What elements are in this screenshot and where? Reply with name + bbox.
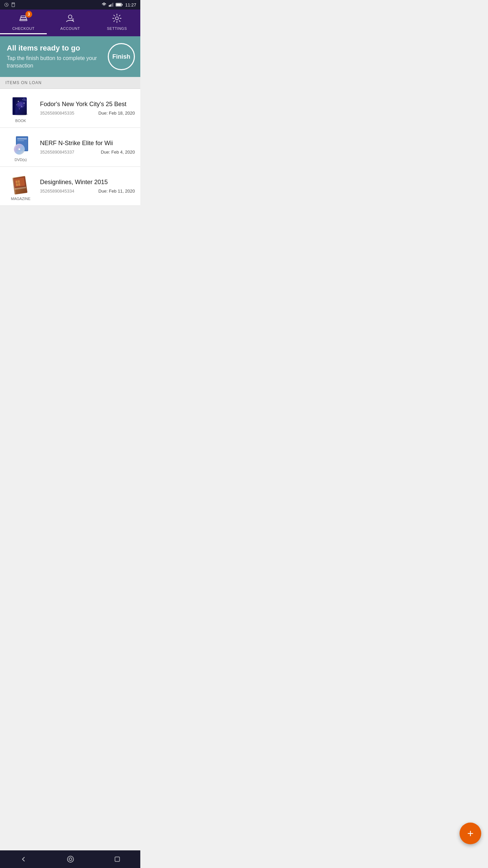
wifi-icon	[101, 3, 107, 7]
table-row: DVD(s) NERF N-Strike Elite for Wii 35265…	[0, 128, 140, 167]
magazine-thumbnail	[9, 172, 33, 195]
item-details-dvd: NERF N-Strike Elite for Wii 352658908453…	[36, 140, 135, 155]
ready-banner: All items ready to go Tap the finish but…	[0, 36, 140, 77]
nav-item-settings[interactable]: SETTINGS	[94, 13, 140, 33]
banner-subtitle: Tap the finish button to complete your t…	[7, 55, 104, 70]
account-label: ACCOUNT	[60, 26, 80, 31]
svg-rect-3	[110, 4, 111, 6]
settings-icon	[111, 13, 122, 24]
svg-rect-5	[113, 3, 114, 6]
item-due-book: Due: Feb 18, 2020	[98, 111, 135, 116]
alarm-icon	[4, 2, 9, 7]
svg-point-19	[18, 101, 19, 102]
magazine-icon	[10, 173, 32, 195]
svg-rect-2	[109, 5, 110, 6]
svg-point-12	[68, 15, 72, 19]
checkout-badge: 3	[25, 11, 32, 18]
svg-point-15	[116, 17, 119, 20]
status-right-icons: 11:27	[101, 2, 136, 7]
signal-icon	[109, 3, 114, 7]
item-type-dvd: DVD(s)	[15, 158, 27, 162]
items-on-loan-header: ITEMS ON LOAN	[0, 77, 140, 89]
svg-point-35	[19, 149, 20, 150]
finish-button[interactable]: Finish	[108, 43, 135, 70]
item-title-magazine: Designlines, Winter 2015	[40, 179, 135, 186]
status-bar: 11:27	[0, 0, 140, 9]
battery-icon	[116, 3, 123, 7]
table-row: BOOK Fodor's New York City's 25 Best 352…	[0, 89, 140, 128]
time-display: 11:27	[125, 2, 136, 7]
settings-icon-wrap	[111, 13, 122, 25]
item-due-magazine: Due: Feb 11, 2020	[98, 189, 135, 194]
dvd-icon	[10, 134, 32, 156]
top-navigation: 3 CHECKOUT ACCOUNT SETTINGS	[0, 9, 140, 36]
item-meta-dvd: 35265890845337 Due: Feb 4, 2020	[40, 150, 135, 155]
svg-rect-18	[13, 97, 15, 115]
svg-rect-7	[122, 4, 123, 6]
status-left-icons	[4, 2, 16, 7]
banner-title: All items ready to go	[7, 44, 104, 53]
svg-rect-4	[111, 4, 112, 6]
item-barcode-magazine: 35265890845334	[40, 189, 74, 194]
item-icon-col-magazine: MAGAZINE	[5, 172, 36, 201]
item-title-dvd: NERF N-Strike Elite for Wii	[40, 140, 135, 147]
item-barcode-book: 35265890845335	[40, 111, 74, 116]
item-details-magazine: Designlines, Winter 2015 35265890845334 …	[36, 179, 135, 194]
item-icon-col-book: BOOK	[5, 94, 36, 123]
book-thumbnail	[9, 94, 33, 117]
item-barcode-dvd: 35265890845337	[40, 150, 74, 155]
item-meta-magazine: 35265890845334 Due: Feb 11, 2020	[40, 189, 135, 194]
item-title-book: Fodor's New York City's 25 Best	[40, 101, 135, 108]
dvd-thumbnail	[9, 133, 33, 156]
table-row: MAGAZINE Designlines, Winter 2015 352658…	[0, 167, 140, 206]
svg-point-26	[17, 102, 23, 106]
item-type-book: BOOK	[15, 119, 26, 123]
banner-text: All items ready to go Tap the finish but…	[7, 44, 104, 70]
svg-point-24	[19, 108, 20, 109]
svg-rect-30	[17, 140, 24, 141]
checkout-label: CHECKOUT	[12, 26, 35, 31]
svg-point-20	[22, 99, 23, 100]
book-icon	[10, 95, 32, 117]
svg-rect-11	[21, 16, 26, 18]
item-type-magazine: MAGAZINE	[11, 197, 30, 201]
nav-item-checkout[interactable]: 3 CHECKOUT	[0, 13, 47, 34]
items-list: BOOK Fodor's New York City's 25 Best 352…	[0, 89, 140, 206]
nav-item-account[interactable]: ACCOUNT	[47, 13, 94, 33]
item-icon-col-dvd: DVD(s)	[5, 133, 36, 162]
svg-rect-29	[17, 138, 27, 139]
empty-area	[0, 206, 140, 291]
svg-rect-8	[116, 3, 121, 6]
item-details-book: Fodor's New York City's 25 Best 35265890…	[36, 101, 135, 116]
account-icon-wrap	[65, 13, 76, 25]
sdcard-icon	[11, 2, 16, 7]
item-meta-book: 35265890845335 Due: Feb 18, 2020	[40, 111, 135, 116]
account-icon	[65, 13, 76, 24]
settings-label: SETTINGS	[107, 26, 127, 31]
item-due-dvd: Due: Feb 4, 2020	[101, 150, 135, 155]
checkout-icon-wrap: 3	[18, 13, 29, 25]
